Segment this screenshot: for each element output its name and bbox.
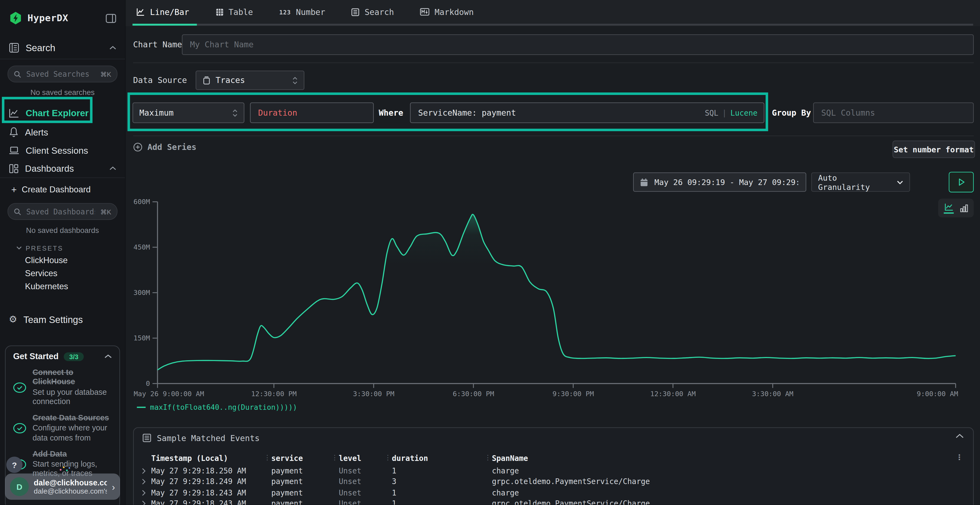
- cell-spanname: charge: [492, 466, 973, 475]
- presets-toggle[interactable]: PRESETS: [0, 243, 125, 254]
- row-expand-chevron-icon[interactable]: [141, 489, 151, 496]
- sidebar-item-dashboards[interactable]: Dashboards: [0, 159, 125, 178]
- user-menu[interactable]: D dale@clickhouse.com dale@clickhouse.co…: [5, 473, 120, 500]
- chart-name-input[interactable]: [182, 34, 974, 55]
- column-drag-handle-icon[interactable]: ⋮: [384, 454, 391, 462]
- date-range-input[interactable]: [633, 173, 806, 192]
- lucene-mode-toggle[interactable]: Lucene: [730, 108, 757, 117]
- get-started-step[interactable]: Connect to ClickHouse Set up your databa…: [13, 368, 112, 407]
- date-range-field[interactable]: [653, 177, 799, 187]
- tab-markdown[interactable]: Markdown: [417, 7, 477, 16]
- group-by-input[interactable]: [813, 103, 974, 123]
- plus-circle-icon: [133, 142, 142, 152]
- column-drag-handle-icon[interactable]: ⋮: [484, 454, 491, 462]
- column-drag-handle-icon[interactable]: ⋮: [331, 454, 338, 462]
- row-expand-chevron-icon[interactable]: [141, 479, 151, 485]
- list-box-icon: [142, 434, 151, 442]
- column-header-service[interactable]: ⋮service: [271, 454, 339, 463]
- sidebar-item-chart-explorer[interactable]: Chart Explorer: [0, 103, 125, 123]
- sql-mode-toggle[interactable]: SQL: [705, 108, 718, 117]
- run-query-button[interactable]: [949, 172, 974, 192]
- field-input[interactable]: [250, 103, 374, 123]
- svg-text:3:30:00 PM: 3:30:00 PM: [353, 390, 395, 398]
- get-started-step[interactable]: Create Data Sources Configure where your…: [13, 414, 112, 443]
- timeseries-chart[interactable]: 0150M300M450M600MMay 26 9:00:00 AM12:30:…: [133, 197, 974, 405]
- saved-searches-field[interactable]: [25, 69, 97, 79]
- chevron-up-icon[interactable]: [110, 166, 116, 171]
- where-value-field[interactable]: [417, 108, 700, 118]
- database-icon: [202, 76, 211, 85]
- table-row[interactable]: May 27 9:29:18.243 AMpaymentUnset1charge: [134, 487, 973, 498]
- sidebar-item-label: Dashboards: [25, 163, 74, 173]
- group-by-field[interactable]: [820, 108, 967, 118]
- column-header-duration[interactable]: ⋮duration: [392, 454, 492, 463]
- svg-text:3:30:00 AM: 3:30:00 AM: [752, 390, 794, 398]
- set-number-format-button[interactable]: Set number format: [892, 141, 975, 158]
- help-button[interactable]: ?: [6, 457, 22, 473]
- table-icon: [215, 8, 223, 16]
- column-label: duration: [392, 454, 428, 463]
- tab-number[interactable]: 123 Number: [275, 7, 329, 16]
- table-row[interactable]: May 27 9:29:18.249 AMpaymentUnset3grpc.o…: [134, 476, 973, 487]
- saved-dashboards-field[interactable]: [25, 206, 97, 217]
- sidebar-item-preset-kubernetes[interactable]: Kubernetes: [0, 280, 125, 293]
- sidebar-item-alerts[interactable]: Alerts: [0, 123, 125, 141]
- svg-text:12:30:00 PM: 12:30:00 PM: [251, 390, 297, 398]
- chart-name-field[interactable]: [189, 40, 967, 50]
- column-header-timestamp[interactable]: Timestamp (Local): [151, 454, 271, 463]
- create-dashboard-button[interactable]: + Create Dashboard: [0, 182, 125, 197]
- column-header-level[interactable]: ⋮level: [339, 454, 392, 463]
- add-series-button[interactable]: Add Series: [133, 142, 197, 152]
- sidebar-item-preset-clickhouse[interactable]: ClickHouse: [0, 254, 125, 267]
- where-input[interactable]: SQL|Lucene: [410, 103, 764, 123]
- column-header-spanname[interactable]: ⋮SpanName: [492, 454, 973, 463]
- data-source-select[interactable]: Traces: [196, 70, 304, 90]
- row-expand-chevron-icon[interactable]: [141, 501, 151, 505]
- laptop-icon: [9, 146, 19, 155]
- sidebar-collapse-icon[interactable]: [106, 13, 116, 22]
- column-drag-handle-icon[interactable]: ⋮: [264, 454, 270, 462]
- cell-service: payment: [271, 488, 339, 497]
- check-circle-icon: [13, 423, 26, 434]
- aggregation-value: Maximum: [139, 108, 174, 117]
- sidebar-item-preset-services[interactable]: Services: [0, 267, 125, 280]
- tab-line-bar[interactable]: Line/Bar: [132, 7, 193, 16]
- play-icon: [958, 178, 964, 186]
- sidebar-item-label: Search: [25, 42, 55, 53]
- saved-searches-input[interactable]: ⌘K: [8, 65, 118, 83]
- chevron-down-icon: [16, 246, 22, 250]
- row-expand-chevron-icon[interactable]: [141, 468, 151, 474]
- sidebar-item-client-sessions[interactable]: Client Sessions: [0, 141, 125, 159]
- cell-timestamp: May 27 9:29:18.250 AM: [151, 466, 271, 475]
- cell-service: payment: [271, 478, 339, 486]
- field-value-field[interactable]: [257, 108, 367, 118]
- table-row[interactable]: May 27 9:29:18.243 AMpaymentUnset1grpc.o…: [134, 498, 973, 505]
- cell-duration: 1: [392, 488, 492, 497]
- saved-dashboards-input[interactable]: ⌘K: [8, 203, 118, 220]
- add-series-label: Add Series: [148, 142, 197, 152]
- sidebar-item-team-settings[interactable]: ⚙ Team Settings: [0, 309, 125, 329]
- granularity-select[interactable]: Auto Granularity: [811, 173, 910, 192]
- sidebar-item-label: Alerts: [25, 127, 48, 137]
- chevron-up-icon[interactable]: [956, 434, 964, 438]
- chevron-up-icon[interactable]: [110, 45, 116, 49]
- help-label: ?: [12, 460, 17, 469]
- events-table-header: Timestamp (Local) ⋮service ⋮level ⋮durat…: [134, 452, 973, 465]
- table-options-icon[interactable]: ⋮: [956, 453, 963, 462]
- search-icon: [14, 70, 22, 78]
- aggregation-select[interactable]: Maximum: [132, 103, 245, 123]
- cell-duration: 3: [392, 478, 492, 486]
- presets-label: PRESETS: [25, 245, 63, 252]
- table-row[interactable]: May 27 9:29:18.250 AMpaymentUnset1charge: [134, 465, 973, 476]
- chevron-up-icon[interactable]: [104, 354, 112, 359]
- column-label: service: [271, 454, 303, 463]
- bell-icon: [9, 127, 19, 137]
- sidebar-item-search[interactable]: Search: [0, 36, 125, 59]
- tab-search[interactable]: Search: [348, 7, 398, 16]
- svg-text:12:30:00 AM: 12:30:00 AM: [650, 390, 695, 398]
- sidebar-item-label: Chart Explorer: [25, 108, 89, 118]
- shortcut-badge: ⌘K: [100, 208, 111, 215]
- step-title: Create Data Sources: [32, 414, 112, 423]
- gear-icon: ⚙: [9, 314, 17, 325]
- tab-table[interactable]: Table: [212, 7, 257, 16]
